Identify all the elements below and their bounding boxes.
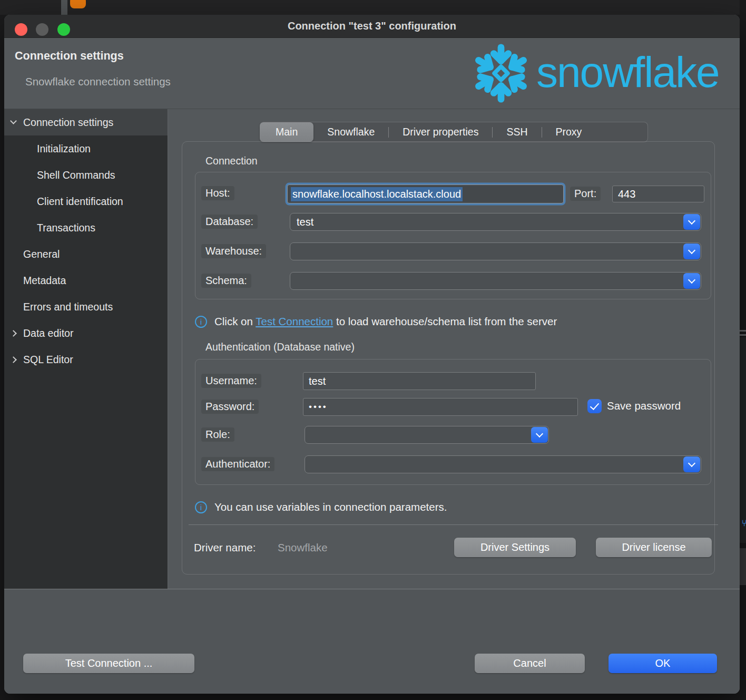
connection-configuration-dialog: Connection "test 3" configuration Connec… bbox=[4, 15, 740, 694]
save-password-checkbox[interactable] bbox=[587, 399, 602, 413]
host-value: snowflake.localhost.localstack.cloud bbox=[291, 187, 463, 201]
save-password-label: Save password bbox=[607, 400, 681, 412]
sidebar-item-connection-settings[interactable]: Connection settings bbox=[4, 109, 168, 135]
zoom-window-button[interactable] bbox=[57, 23, 70, 36]
chevron-right-icon[interactable] bbox=[10, 356, 17, 363]
warehouse-label: Warehouse: bbox=[201, 244, 266, 258]
background-app-right: ⑂ bbox=[740, 0, 746, 700]
chevron-right-icon[interactable] bbox=[10, 330, 17, 337]
authentication-group-label: Authentication (Database native) bbox=[205, 341, 355, 353]
role-combo[interactable] bbox=[305, 426, 549, 444]
info-icon: i bbox=[195, 316, 207, 328]
background-orange-icon bbox=[70, 0, 86, 8]
username-input[interactable]: test bbox=[303, 372, 536, 390]
page-subtitle: Snowflake connection settings bbox=[25, 75, 171, 88]
driver-divider bbox=[189, 524, 718, 525]
host-input[interactable]: snowflake.localhost.localstack.cloud bbox=[287, 184, 564, 203]
tab-proxy[interactable]: Proxy bbox=[542, 122, 596, 142]
branch-icon: ⑂ bbox=[741, 519, 746, 528]
authenticator-combo[interactable] bbox=[305, 455, 701, 473]
sidebar-item-label: Data editor bbox=[23, 327, 73, 339]
sidebar-item-label: Errors and timeouts bbox=[23, 301, 113, 313]
driver-settings-button[interactable]: Driver Settings bbox=[454, 538, 576, 557]
sidebar-item-label: Connection settings bbox=[23, 116, 113, 129]
tab-driver-properties[interactable]: Driver properties bbox=[389, 122, 492, 142]
panel-grip bbox=[740, 330, 746, 332]
snowflake-wordmark: snowflake bbox=[536, 47, 719, 97]
sidebar-item-sql-editor[interactable]: SQL Editor bbox=[4, 346, 168, 373]
background-block bbox=[740, 548, 746, 585]
chevron-down-icon bbox=[688, 246, 695, 254]
sidebar-item-client-identification[interactable]: Client identification bbox=[4, 188, 168, 215]
role-label: Role: bbox=[201, 427, 234, 442]
background-panel bbox=[740, 337, 746, 543]
sidebar-item-shell-commands[interactable]: Shell Commands bbox=[4, 162, 168, 188]
sidebar-item-label: Transactions bbox=[37, 222, 95, 234]
schema-label: Schema: bbox=[201, 274, 251, 288]
host-label: Host: bbox=[201, 186, 234, 200]
hint-text: You can use variables in connection para… bbox=[214, 501, 447, 513]
chevron-down-icon[interactable] bbox=[10, 118, 17, 124]
sidebar-item-transactions[interactable]: Transactions bbox=[4, 215, 168, 241]
driver-name-value: Snowflake bbox=[278, 541, 328, 554]
sidebar-item-label: Metadata bbox=[23, 275, 66, 287]
test-connection-hint: i Click on Test Connection to load wareh… bbox=[195, 315, 557, 328]
background-app-strip bbox=[0, 0, 746, 15]
tab-main[interactable]: Main bbox=[260, 122, 313, 142]
sidebar-item-label: General bbox=[23, 248, 60, 260]
warehouse-dropdown-button[interactable] bbox=[683, 244, 700, 259]
chevron-down-icon bbox=[536, 430, 543, 437]
tab-snowflake[interactable]: Snowflake bbox=[313, 122, 388, 142]
snowflake-logo: snowflake bbox=[469, 40, 740, 106]
test-connection-link[interactable]: Test Connection bbox=[256, 315, 333, 327]
chevron-down-icon bbox=[688, 276, 695, 283]
database-label: Database: bbox=[201, 215, 258, 229]
sidebar-item-metadata[interactable]: Metadata bbox=[4, 267, 168, 294]
hint-text: to load warehouse/schema list from the s… bbox=[333, 315, 557, 327]
sidebar-item-label: Client identification bbox=[37, 196, 123, 208]
sidebar-item-label: Shell Commands bbox=[37, 169, 115, 181]
port-input[interactable]: 443 bbox=[612, 186, 704, 202]
minimize-window-button bbox=[36, 23, 48, 36]
sidebar-item-general[interactable]: General bbox=[4, 241, 168, 267]
hint-text: Click on bbox=[214, 315, 256, 327]
sidebar-item-label: SQL Editor bbox=[23, 354, 73, 366]
cancel-button[interactable]: Cancel bbox=[475, 654, 585, 673]
variables-hint: i You can use variables in connection pa… bbox=[195, 501, 447, 513]
authenticator-label: Authenticator: bbox=[201, 457, 274, 471]
sidebar-item-label: Initialization bbox=[37, 143, 91, 155]
schema-dropdown-button[interactable] bbox=[683, 273, 700, 289]
ok-button[interactable]: OK bbox=[608, 654, 717, 673]
settings-tree: Connection settings Initialization Shell… bbox=[4, 109, 168, 589]
chevron-down-icon bbox=[688, 217, 695, 224]
footer-divider bbox=[4, 589, 740, 589]
test-connection-button[interactable]: Test Connection ... bbox=[23, 654, 194, 673]
tab-bar: Main Snowflake Driver properties SSH Pro… bbox=[260, 122, 648, 142]
sidebar-item-data-editor[interactable]: Data editor bbox=[4, 320, 168, 346]
role-dropdown-button[interactable] bbox=[531, 427, 548, 443]
sidebar-item-initialization[interactable]: Initialization bbox=[4, 135, 168, 162]
window-title: Connection "test 3" configuration bbox=[288, 20, 456, 32]
info-icon: i bbox=[195, 501, 207, 513]
driver-license-button[interactable]: Driver license bbox=[596, 538, 712, 557]
authenticator-dropdown-button[interactable] bbox=[683, 456, 700, 472]
database-dropdown-button[interactable] bbox=[683, 214, 700, 230]
sidebar-divider bbox=[168, 109, 168, 589]
chevron-down-icon bbox=[688, 459, 695, 466]
warehouse-combo[interactable] bbox=[290, 242, 701, 260]
driver-name-label: Driver name: bbox=[194, 541, 256, 554]
password-input[interactable]: •••• bbox=[303, 398, 578, 416]
database-value: test bbox=[297, 216, 313, 228]
database-combo[interactable]: test bbox=[290, 213, 701, 231]
schema-combo[interactable] bbox=[290, 272, 701, 290]
close-window-button[interactable] bbox=[15, 23, 27, 36]
title-bar: Connection "test 3" configuration bbox=[4, 15, 740, 38]
password-label: Password: bbox=[201, 400, 259, 414]
page-title: Connection settings bbox=[15, 50, 124, 63]
sidebar-item-errors-and-timeouts[interactable]: Errors and timeouts bbox=[4, 294, 168, 320]
connection-group-label: Connection bbox=[205, 155, 258, 167]
tab-ssh[interactable]: SSH bbox=[493, 122, 541, 142]
username-label: Username: bbox=[201, 374, 261, 388]
dialog-footer bbox=[4, 589, 740, 694]
background-divider bbox=[61, 0, 67, 15]
